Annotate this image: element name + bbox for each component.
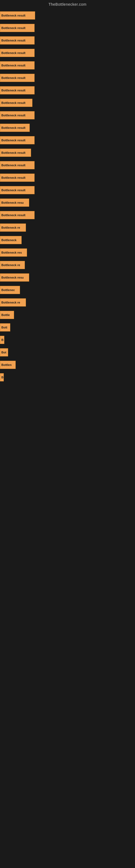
bottleneck-bar: Bottleneck result xyxy=(0,86,35,94)
site-title: TheBottlenecker.com xyxy=(0,0,135,8)
bottleneck-bar: Bottleneck result xyxy=(0,124,30,132)
bar-label: B xyxy=(1,338,3,341)
bar-label: Bottleneck result xyxy=(1,163,26,167)
bottleneck-bar: Bottleneck xyxy=(0,236,21,244)
bar-row: Bottleneck result xyxy=(0,148,135,158)
bottleneck-bar: Bottleneck result xyxy=(0,74,35,82)
bar-row: Bott xyxy=(0,322,135,333)
bar-row: Bottleneck result xyxy=(0,85,135,95)
bar-label: Bottleneck re xyxy=(1,226,20,229)
bar-row: Bottlenec xyxy=(0,285,135,295)
bar-row: Bottleneck result xyxy=(0,123,135,133)
bar-label: Bottleneck re xyxy=(1,301,20,304)
bottleneck-bar: B xyxy=(0,336,4,344)
bar-label: Bottleneck result xyxy=(1,64,26,67)
bar-label: Bottleneck result xyxy=(1,39,26,42)
bottleneck-bar: Bottleneck re xyxy=(0,261,25,269)
bottleneck-bar: Bottleneck result xyxy=(0,161,35,169)
bar-row: Bottleneck re xyxy=(0,260,135,270)
bottleneck-bar: Bottleneck result xyxy=(0,186,35,194)
bottleneck-bar: Bottleneck result xyxy=(0,11,35,20)
bar-row: Bot xyxy=(0,347,135,358)
bar-row: Bottle xyxy=(0,310,135,320)
bar-label: Bottleneck result xyxy=(1,101,26,104)
bar-row: Bottleneck result xyxy=(0,48,135,58)
bar-label: Bottlenec xyxy=(1,288,15,291)
bar-label: Bottleneck re xyxy=(1,264,20,267)
bar-row: Bottleneck re xyxy=(0,222,135,233)
bottleneck-bar: Bot xyxy=(0,348,8,356)
bottleneck-bar: Bottleneck result xyxy=(0,49,35,57)
bar-label: Bottlen xyxy=(1,363,12,367)
bar-label: Bottleneck resu xyxy=(1,201,24,204)
bottleneck-bar: Bottle xyxy=(0,311,14,319)
bottleneck-bar: Bottleneck re xyxy=(0,299,26,307)
bar-label: Bottleneck result xyxy=(1,176,26,179)
bottleneck-bar: Bottleneck res xyxy=(0,248,27,257)
bottleneck-bar: Bottleneck result xyxy=(0,61,35,69)
bar-row: Bottleneck result xyxy=(0,73,135,83)
bar-label: Bot xyxy=(1,351,6,354)
bar-row: Bottleneck result xyxy=(0,10,135,21)
bar-label: Bottleneck xyxy=(1,239,16,242)
bar-label: Bottleneck resu xyxy=(1,276,24,279)
bar-label: Bottleneck result xyxy=(1,26,26,30)
bar-row: Bottleneck resu xyxy=(0,197,135,208)
bar-label: Bottleneck result xyxy=(1,114,26,117)
bar-label: Bottleneck result xyxy=(1,138,26,142)
bottleneck-bar: Bottleneck re xyxy=(0,223,26,231)
bar-row: B xyxy=(0,335,135,345)
bar-row: Bottleneck result xyxy=(0,185,135,195)
bottleneck-bar: B xyxy=(0,373,4,381)
bar-row: Bottleneck result xyxy=(0,23,135,33)
bar-label: Bottleneck result xyxy=(1,89,26,92)
bottleneck-bar: Bottleneck resu xyxy=(0,273,29,282)
bottleneck-bar: Bottleneck result xyxy=(0,211,35,219)
bar-row: Bottleneck result xyxy=(0,135,135,145)
bottleneck-bar: Bott xyxy=(0,323,10,332)
bar-row: B xyxy=(0,372,135,382)
bar-row: Bottleneck result xyxy=(0,35,135,45)
bar-row: Bottleneck result xyxy=(0,110,135,120)
bar-label: Bott xyxy=(1,326,7,329)
bar-row: Bottleneck res xyxy=(0,247,135,258)
bottleneck-bar: Bottleneck result xyxy=(0,99,32,107)
bar-row: Bottleneck result xyxy=(0,160,135,170)
bar-row: Bottlen xyxy=(0,360,135,370)
bar-label: Bottleneck result xyxy=(1,188,26,192)
bottleneck-bar: Bottleneck result xyxy=(0,136,35,144)
bar-row: Bottleneck result xyxy=(0,98,135,108)
bottleneck-bar: Bottleneck result xyxy=(0,111,35,119)
bar-row: Bottleneck result xyxy=(0,60,135,70)
bottleneck-bar: Bottleneck result xyxy=(0,36,35,44)
bottleneck-bar: Bottleneck result xyxy=(0,174,35,182)
bar-label: Bottleneck result xyxy=(1,14,26,17)
bar-row: Bottleneck result xyxy=(0,210,135,220)
bar-label: Bottleneck res xyxy=(1,251,22,254)
bar-label: Bottleneck result xyxy=(1,126,26,129)
bottleneck-bar: Bottleneck result xyxy=(0,149,31,157)
bar-label: Bottleneck result xyxy=(1,151,26,154)
bar-row: Bottleneck xyxy=(0,235,135,245)
bar-label: Bottleneck result xyxy=(1,214,26,217)
bar-row: Bottleneck re xyxy=(0,297,135,308)
bottleneck-bar: Bottleneck result xyxy=(0,24,35,32)
bottleneck-bar: Bottleneck resu xyxy=(0,198,29,207)
bar-row: Bottleneck resu xyxy=(0,272,135,283)
bottleneck-bar: Bottlen xyxy=(0,361,16,369)
bar-label: B xyxy=(1,376,3,379)
bottleneck-bar: Bottlenec xyxy=(0,286,20,294)
bar-label: Bottleneck result xyxy=(1,51,26,55)
bars-container: Bottleneck resultBottleneck resultBottle… xyxy=(0,8,135,384)
bar-label: Bottle xyxy=(1,313,10,316)
bar-label: Bottleneck result xyxy=(1,76,26,80)
bar-row: Bottleneck result xyxy=(0,173,135,183)
